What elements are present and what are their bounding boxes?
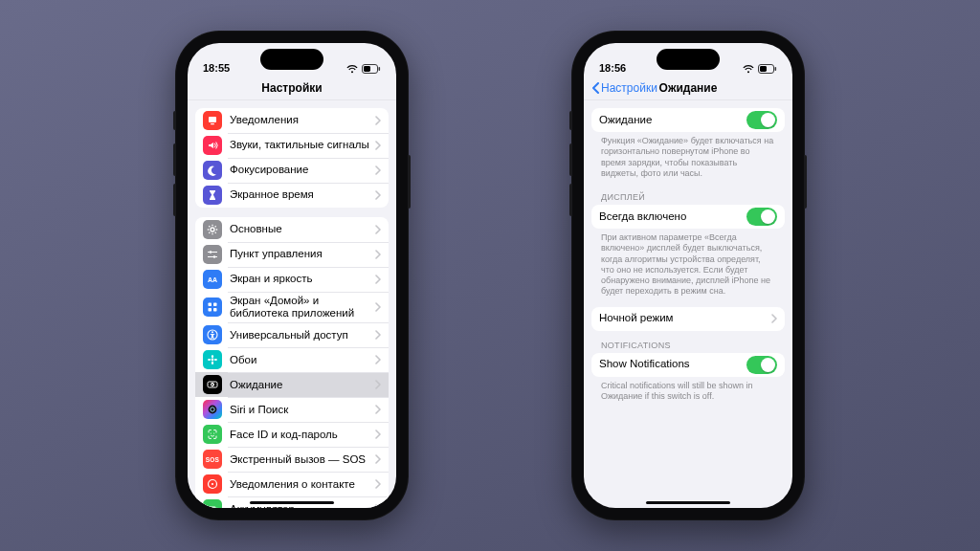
row-sos[interactable]: SOSЭкстренный вызов — SOS (195, 447, 389, 472)
chevron-right-icon (375, 500, 381, 508)
svg-point-34 (209, 406, 217, 414)
row-accessibility[interactable]: Универсальный доступ (195, 322, 389, 347)
screen-right: 18:56 Настройки Ожидание ОжиданиеФункция… (584, 43, 792, 508)
show-notifications-toggle[interactable] (746, 356, 777, 374)
row-sounds[interactable]: Звуки, тактильные сигналы (195, 133, 389, 158)
settings-group: УведомленияЗвуки, тактильные сигналыФоку… (195, 108, 389, 208)
notifications-icon (203, 111, 222, 130)
navbar: Настройки Ожидание (584, 76, 792, 100)
row-notifications[interactable]: Уведомления (195, 108, 389, 133)
settings-list[interactable]: УведомленияЗвуки, тактильные сигналыФоку… (188, 100, 396, 508)
settings-group: Ожидание (591, 108, 785, 132)
contact-notif-icon (203, 474, 222, 494)
side-power-button[interactable] (408, 155, 411, 209)
row-home-screen[interactable]: Экран «Домой» и библиотека приложений (195, 292, 389, 322)
section-header: ДИСПЛЕЙ (591, 179, 785, 205)
chevron-right-icon (375, 376, 381, 393)
svg-rect-19 (209, 303, 212, 307)
svg-point-24 (212, 332, 213, 334)
dynamic-island (657, 49, 720, 70)
chevron-right-icon (375, 187, 381, 204)
side-volume-up[interactable] (569, 143, 572, 176)
side-volume-down[interactable] (569, 184, 572, 216)
side-volume-up[interactable] (173, 143, 176, 176)
row-label: Обои (230, 354, 375, 366)
svg-point-29 (214, 359, 217, 361)
battery-icon (362, 64, 381, 74)
row-label: Экстренный вызов — SOS (230, 453, 375, 466)
wifi-icon (743, 65, 754, 74)
svg-point-36 (211, 433, 212, 434)
row-show-notifications[interactable]: Show Notifications (591, 353, 785, 377)
svg-rect-4 (211, 123, 214, 124)
row-general[interactable]: Основные (195, 217, 389, 242)
chevron-right-icon (375, 401, 381, 418)
home-screen-icon (203, 298, 222, 317)
status-time: 18:56 (599, 62, 626, 74)
svg-point-27 (212, 362, 213, 364)
side-volume-down[interactable] (173, 184, 176, 216)
chevron-right-icon (375, 351, 381, 368)
row-control-center[interactable]: Пункт управления (195, 242, 389, 267)
standby-icon (203, 375, 222, 394)
svg-rect-22 (213, 308, 217, 312)
svg-point-25 (212, 359, 214, 362)
chevron-right-icon (375, 451, 381, 468)
row-faceid[interactable]: Face ID и код-пароль (195, 422, 389, 447)
row-label: Ожидание (599, 114, 746, 126)
chevron-right-icon (375, 137, 381, 154)
row-label: Экранное время (230, 188, 375, 201)
row-screentime[interactable]: Экранное время (195, 183, 389, 208)
svg-rect-44 (775, 67, 777, 71)
control-center-icon (203, 245, 222, 264)
chevron-right-icon (375, 246, 381, 263)
side-power-button[interactable] (804, 155, 807, 209)
section-footer: Функция «Ожидание» будет включаться на г… (591, 132, 785, 179)
row-wallpaper[interactable]: Обои (195, 347, 389, 372)
row-display[interactable]: AAЭкран и яркость (195, 267, 389, 292)
chevron-right-icon (375, 475, 381, 493)
chevron-left-icon (591, 82, 599, 94)
row-label: Уведомления о контакте (230, 478, 375, 491)
chevron-right-icon (375, 326, 381, 343)
side-mute-switch[interactable] (173, 111, 176, 130)
standby-toggle-toggle[interactable] (746, 111, 777, 129)
chevron-right-icon (375, 426, 381, 443)
battery-icon (203, 499, 222, 508)
sos-icon: SOS (203, 450, 222, 469)
row-label: Ночной режим (599, 312, 771, 324)
row-label: Экран и яркость (230, 273, 375, 285)
row-label: Face ID и код-пароль (230, 429, 375, 441)
row-label: Всегда включено (599, 210, 746, 223)
svg-point-26 (212, 355, 213, 358)
row-standby-toggle[interactable]: Ожидание (591, 108, 785, 132)
screentime-icon (203, 186, 222, 205)
page-title: Ожидание (659, 81, 718, 95)
standby-settings[interactable]: ОжиданиеФункция «Ожидание» будет включат… (584, 100, 792, 508)
chevron-right-icon (771, 310, 777, 327)
svg-point-28 (208, 359, 211, 361)
svg-line-10 (209, 226, 210, 227)
settings-group: Всегда включено (591, 205, 785, 229)
row-always-on[interactable]: Всегда включено (591, 205, 785, 229)
row-label: Siri и Поиск (230, 404, 375, 416)
home-indicator[interactable] (250, 501, 334, 504)
row-standby[interactable]: Ожидание (195, 372, 389, 397)
chevron-right-icon (375, 271, 381, 288)
back-button[interactable]: Настройки (591, 76, 657, 99)
svg-text:AA: AA (208, 276, 217, 283)
always-on-toggle[interactable] (746, 208, 777, 226)
home-indicator[interactable] (646, 501, 730, 504)
row-label: Фокусирование (230, 164, 375, 176)
section-footer: Critical notifications will still be sho… (591, 377, 785, 403)
settings-group: Ночной режим (591, 307, 785, 331)
row-siri[interactable]: Siri и Поиск (195, 397, 389, 422)
row-contact-notif[interactable]: Уведомления о контакте (195, 472, 389, 496)
row-label: Универсальный доступ (230, 329, 375, 342)
row-night-mode[interactable]: Ночной режим (591, 307, 785, 331)
svg-rect-2 (379, 67, 381, 71)
wallpaper-icon (203, 350, 222, 369)
row-focus[interactable]: Фокусирование (195, 158, 389, 183)
side-mute-switch[interactable] (569, 111, 572, 130)
battery-icon (758, 64, 777, 74)
